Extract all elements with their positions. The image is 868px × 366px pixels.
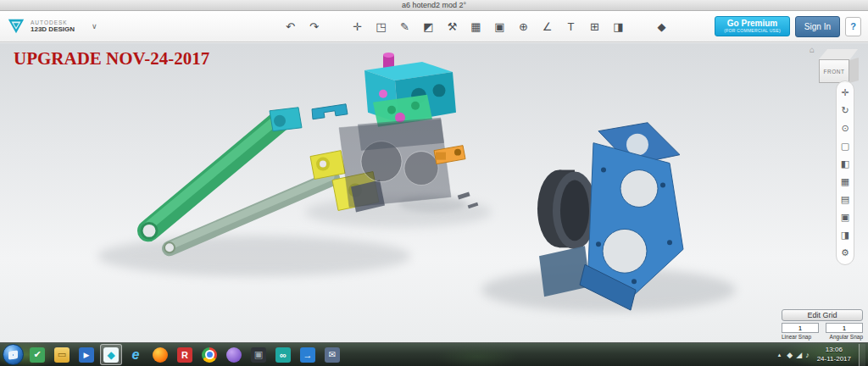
shaded-view-icon[interactable]: ◧ [837, 157, 853, 171]
show-desktop-button[interactable] [859, 344, 865, 366]
linear-snap-label: Linear Snap [782, 334, 811, 340]
tray-expand-icon[interactable]: ▲ [775, 352, 783, 358]
sketch-icon[interactable]: ✎ [396, 18, 414, 36]
app-menu-chevron-icon[interactable]: ∨ [92, 22, 97, 30]
go-premium-button[interactable]: Go Premium (FOR COMMERCIAL USE) [715, 16, 790, 36]
taskbar-mail-icon[interactable]: ✉ [321, 344, 343, 365]
modeling-tool-icons: ↶ ↷ ✛ ◳ ✎ ◩ ⚒ ▦ ▣ ⊕ ∠ T ⊞ ◨ ◆ [281, 11, 670, 42]
viewcube-front-label: FRONT [824, 69, 845, 75]
angular-snap-label: Angular Snap [830, 334, 863, 340]
taskbar-media-player-icon[interactable]: ▶ [75, 344, 97, 365]
taskbar-clock[interactable]: 13:06 24-11-2017 [817, 346, 851, 363]
navigation-toolbar: ✛ ↻ ⊙ ▢ ◧ ▦ ▤ ▣ ◨ ⚙ [836, 80, 854, 265]
app-menu[interactable]: AUTODESK 123D DESIGN ∨ [7, 17, 97, 36]
model-arm-assembly[interactable] [142, 108, 332, 253]
taskbar: ✔ ▭ ▶ ◆ e R ▣ ∞ → ✉ ▲ ◆ ◢ ♪ 13:06 24-11-… [0, 342, 868, 366]
document-title: a6 hotend2 mod 2° [402, 1, 466, 9]
screenshot-icon[interactable]: ▣ [837, 210, 853, 225]
taskbar-123d-design-icon[interactable]: ◆ [100, 344, 122, 365]
modify-icon[interactable]: ⚒ [443, 18, 461, 36]
taskbar-antivirus-icon[interactable]: ✔ [26, 344, 48, 365]
edit-grid-button[interactable]: Edit Grid [782, 309, 863, 321]
grouping-icon[interactable]: ▣ [491, 18, 509, 36]
viewcube-top-face[interactable] [819, 49, 858, 59]
viewport-canvas[interactable] [0, 43, 868, 342]
hidden-edges-icon[interactable]: ▤ [837, 192, 853, 207]
wireframe-view-icon[interactable]: ▦ [837, 175, 853, 189]
measure-icon[interactable]: ∠ [538, 18, 556, 36]
pan-icon[interactable]: ✛ [837, 86, 853, 100]
tray-status-icon[interactable]: ◆ [787, 351, 793, 359]
help-button[interactable]: ? [845, 17, 861, 36]
material-icon[interactable]: ◆ [653, 18, 670, 36]
system-tray: ▲ ◆ ◢ ♪ 13:06 24-11-2017 [775, 344, 865, 366]
pattern-icon[interactable]: ▦ [467, 18, 485, 36]
upgrade-annotation: UPGRADE NOV-24-2017 [14, 48, 209, 69]
start-button[interactable] [3, 344, 24, 365]
linear-snap-input[interactable] [782, 323, 819, 333]
zoom-icon[interactable]: ⊙ [837, 121, 853, 136]
view-icon[interactable]: ◨ [609, 18, 627, 36]
windows-flag-icon [8, 350, 18, 360]
taskbar-realplayer-icon[interactable]: R [174, 344, 196, 365]
transform-icon[interactable]: ✛ [348, 18, 366, 36]
combine-icon[interactable]: ⊕ [515, 18, 532, 36]
grid-panel: Edit Grid Linear Snap Angular Snap [782, 306, 863, 340]
undo-icon[interactable]: ↶ [281, 18, 299, 36]
tray-volume-icon[interactable]: ♪ [805, 351, 810, 359]
taskbar-folder-icon[interactable]: ▭ [51, 344, 73, 365]
viewcube-side-face[interactable] [849, 58, 859, 83]
clock-date: 24-11-2017 [817, 355, 851, 363]
app-window: a6 hotend2 mod 2° AUTODESK 123D DESIGN ∨… [0, 0, 868, 366]
main-toolbar: AUTODESK 123D DESIGN ∨ ↶ ↷ ✛ ◳ ✎ ◩ ⚒ ▦ ▣… [0, 11, 868, 42]
primitives-icon[interactable]: ◳ [372, 18, 390, 36]
construct-icon[interactable]: ◩ [420, 18, 437, 36]
viewcube-front-face[interactable]: FRONT [819, 59, 849, 83]
taskbar-downloader-icon[interactable]: → [297, 344, 319, 365]
text-tool-icon[interactable]: T [562, 18, 580, 36]
taskbar-chrome-icon[interactable] [198, 344, 220, 365]
taskbar-internet-explorer-icon[interactable]: e [125, 344, 147, 365]
clock-time: 13:06 [817, 346, 851, 354]
viewport-3d[interactable]: UPGRADE NOV-24-2017 ⌂ FRONT ✛ ↻ ⊙ ▢ ◧ ▦ … [0, 43, 868, 342]
taskbar-photo-tool-icon[interactable]: ∞ [272, 344, 294, 365]
snap-inputs-row [782, 323, 863, 333]
outline-view-icon[interactable]: ◨ [837, 228, 853, 242]
redo-icon[interactable]: ↷ [305, 18, 323, 36]
snap-icon[interactable]: ⊞ [586, 18, 604, 36]
123d-logo-icon [7, 17, 25, 36]
view-settings-icon[interactable]: ⚙ [837, 246, 853, 260]
snap-labels-row: Linear Snap Angular Snap [782, 334, 863, 340]
taskbar-messenger-icon[interactable] [223, 344, 245, 365]
toolbar-right-controls: Go Premium (FOR COMMERCIAL USE) Sign In … [715, 16, 861, 37]
angular-snap-input[interactable] [826, 323, 863, 333]
tray-network-icon[interactable]: ◢ [796, 351, 802, 359]
brand-text: AUTODESK 123D DESIGN [31, 19, 75, 34]
sign-in-button[interactable]: Sign In [795, 16, 840, 37]
fit-view-icon[interactable]: ▢ [837, 139, 853, 153]
window-titlebar: a6 hotend2 mod 2° [0, 0, 868, 11]
model-clip-part[interactable] [312, 104, 348, 119]
taskbar-firefox-icon[interactable] [149, 344, 171, 365]
orbit-icon[interactable]: ↻ [837, 103, 853, 118]
taskbar-utility-icon[interactable]: ▣ [248, 344, 270, 365]
model-extruder-assembly[interactable] [339, 53, 456, 207]
home-view-icon[interactable]: ⌂ [810, 45, 815, 54]
